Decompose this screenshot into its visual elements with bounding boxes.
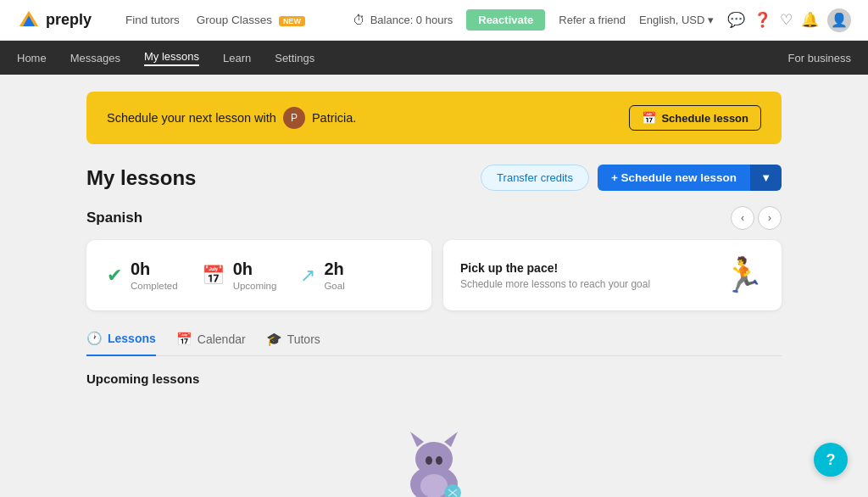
pace-card: Pick up the pace! Schedule more lessons … bbox=[443, 240, 782, 310]
top-nav: preply Find tutors Group Classes New ⏱ B… bbox=[0, 0, 868, 41]
nav-learn[interactable]: Learn bbox=[223, 52, 251, 64]
goal-icon: ↗ bbox=[300, 265, 315, 287]
pace-text: Pick up the pace! Schedule more lessons … bbox=[460, 261, 650, 290]
tutors-tab-label: Tutors bbox=[287, 332, 320, 346]
nav-right: ⏱ Balance: 0 hours Reactivate Refer a fr… bbox=[353, 8, 851, 32]
goal-stat: ↗ 2h Goal bbox=[300, 260, 344, 291]
language-title: Spanish bbox=[86, 209, 142, 226]
upcoming-icon: 📅 bbox=[202, 265, 225, 287]
upcoming-stat: 📅 0h Upcoming bbox=[202, 260, 277, 291]
pace-title: Pick up the pace! bbox=[460, 261, 650, 275]
calendar-icon: 📅 bbox=[642, 111, 656, 125]
balance-icon: ⏱ bbox=[353, 13, 365, 27]
tutor-name: Patricia. bbox=[312, 111, 356, 125]
calendar-tab-icon: 📅 bbox=[176, 332, 192, 347]
upcoming-label: Upcoming bbox=[233, 281, 277, 291]
language-selector[interactable]: English, USD ▾ bbox=[639, 14, 714, 26]
secondary-nav: Home Messages My lessons Learn Settings … bbox=[0, 41, 868, 75]
pace-description: Schedule more lessons to reach your goal bbox=[460, 278, 650, 290]
chat-icon[interactable]: 💬 bbox=[727, 11, 745, 29]
lessons-tab-label: Lessons bbox=[108, 332, 156, 345]
user-avatar[interactable]: 👤 bbox=[827, 8, 851, 32]
tab-lessons[interactable]: 🕐 Lessons bbox=[86, 331, 156, 356]
balance-label: Balance: 0 hours bbox=[370, 14, 453, 26]
tabs-row: 🕐 Lessons 📅 Calendar 🎓 Tutors bbox=[86, 331, 782, 356]
schedule-new-button-group: + Schedule new lesson ▼ bbox=[598, 165, 782, 191]
heart-icon[interactable]: ♡ bbox=[780, 11, 793, 29]
stats-row: ✔ 0h Completed 📅 0h Upcoming ↗ bbox=[86, 240, 782, 310]
language-header: Spanish ‹ › bbox=[86, 206, 782, 230]
empty-state: No upcoming lessons Don't put your goals… bbox=[86, 406, 782, 497]
nav-home[interactable]: Home bbox=[17, 52, 47, 64]
balance-area: ⏱ Balance: 0 hours bbox=[353, 13, 453, 27]
upcoming-lessons: Upcoming lessons bbox=[86, 371, 782, 497]
completed-value: 0h bbox=[131, 260, 178, 279]
tab-tutors[interactable]: 🎓 Tutors bbox=[266, 331, 320, 355]
chevron-down-icon: ▼ bbox=[760, 171, 771, 184]
nav-messages[interactable]: Messages bbox=[70, 52, 120, 64]
lessons-header: My lessons Transfer credits + Schedule n… bbox=[86, 165, 782, 191]
stats-card: ✔ 0h Completed 📅 0h Upcoming ↗ bbox=[86, 240, 431, 310]
lessons-tab-icon: 🕐 bbox=[86, 331, 103, 346]
upcoming-value: 0h bbox=[233, 260, 277, 279]
tutors-tab-icon: 🎓 bbox=[266, 332, 282, 347]
pace-figure-icon: 🏃 bbox=[722, 255, 765, 295]
preply-logo-icon bbox=[17, 8, 41, 32]
find-tutors-link[interactable]: Find tutors bbox=[125, 14, 180, 26]
nav-settings[interactable]: Settings bbox=[275, 52, 314, 64]
nav-links: Find tutors Group Classes New bbox=[125, 14, 332, 26]
banner: Schedule your next lesson with P Patrici… bbox=[86, 92, 782, 144]
nav-arrows: ‹ › bbox=[731, 206, 782, 230]
refer-link[interactable]: Refer a friend bbox=[559, 14, 626, 26]
tab-calendar[interactable]: 📅 Calendar bbox=[176, 331, 246, 355]
completed-stat: ✔ 0h Completed bbox=[107, 260, 178, 291]
nav-my-lessons[interactable]: My lessons bbox=[144, 50, 199, 66]
svg-point-3 bbox=[415, 442, 453, 476]
help-icon[interactable]: ❓ bbox=[754, 11, 771, 29]
svg-marker-5 bbox=[444, 432, 458, 447]
calendar-tab-label: Calendar bbox=[198, 332, 246, 346]
svg-point-8 bbox=[420, 474, 448, 497]
svg-point-6 bbox=[426, 456, 432, 465]
completed-label: Completed bbox=[131, 281, 178, 291]
new-badge: New bbox=[279, 16, 305, 26]
banner-text: Schedule your next lesson with P Patrici… bbox=[107, 107, 356, 129]
tutor-avatar: P bbox=[283, 107, 305, 129]
prev-arrow-button[interactable]: ‹ bbox=[731, 206, 754, 230]
schedule-new-dropdown-button[interactable]: ▼ bbox=[750, 165, 782, 191]
language-section: Spanish ‹ › ✔ 0h Completed 📅 bbox=[86, 206, 782, 310]
goal-label: Goal bbox=[324, 281, 344, 291]
nav-icons: 💬 ❓ ♡ 🔔 👤 bbox=[727, 8, 851, 32]
transfer-credits-button[interactable]: Transfer credits bbox=[481, 165, 589, 191]
banner-text-pre: Schedule your next lesson with bbox=[107, 111, 276, 125]
cat-svg bbox=[392, 423, 476, 497]
completed-icon: ✔ bbox=[107, 265, 122, 287]
header-actions: Transfer credits + Schedule new lesson ▼ bbox=[481, 165, 782, 191]
for-business-link[interactable]: For business bbox=[788, 52, 851, 64]
group-classes-link[interactable]: Group Classes New bbox=[197, 14, 305, 26]
main-content: Schedule your next lesson with P Patrici… bbox=[70, 92, 798, 497]
svg-marker-4 bbox=[410, 432, 424, 447]
svg-point-7 bbox=[436, 456, 442, 465]
cat-illustration bbox=[392, 423, 476, 497]
schedule-new-button[interactable]: + Schedule new lesson bbox=[598, 165, 750, 191]
bell-icon[interactable]: 🔔 bbox=[801, 11, 819, 29]
next-arrow-button[interactable]: › bbox=[758, 206, 782, 230]
reactivate-button[interactable]: Reactivate bbox=[466, 9, 545, 31]
logo-text: preply bbox=[46, 11, 92, 29]
page-title: My lessons bbox=[86, 166, 196, 190]
help-button[interactable]: ? bbox=[814, 443, 848, 477]
upcoming-title: Upcoming lessons bbox=[86, 371, 782, 386]
schedule-lesson-button[interactable]: 📅 Schedule lesson bbox=[629, 105, 761, 131]
logo[interactable]: preply bbox=[17, 8, 92, 32]
goal-value: 2h bbox=[324, 260, 344, 279]
